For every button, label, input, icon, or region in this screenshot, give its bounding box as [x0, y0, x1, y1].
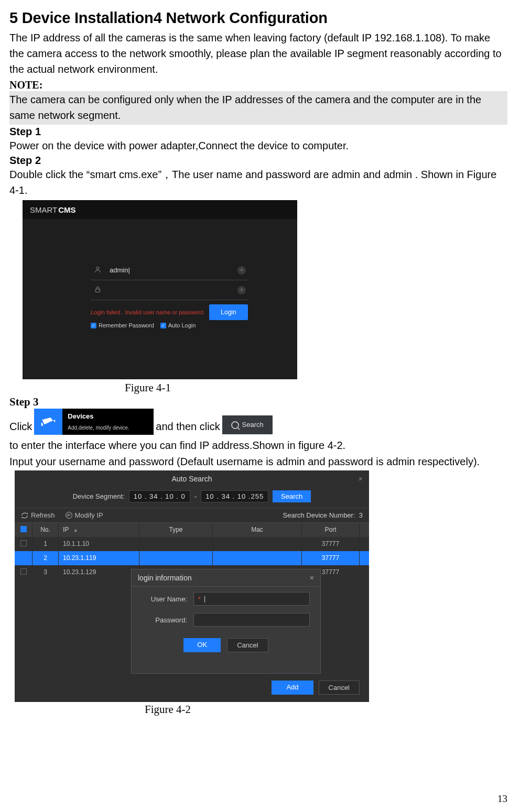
password-input[interactable]: [193, 613, 310, 627]
table-header: No. IP▲ Type Mac Port: [15, 523, 369, 537]
cell-type: [139, 551, 213, 565]
auto-login-label: Auto Login: [168, 322, 196, 328]
close-icon[interactable]: ×: [310, 574, 314, 582]
cell-ip: 10.23.1.129: [59, 565, 139, 579]
cell-mac: [213, 551, 302, 565]
step1-text: Power on the device with power adapter,C…: [9, 138, 507, 153]
figure-4-2-caption: Figure 4-2: [145, 703, 507, 716]
cell-no: 2: [32, 551, 59, 565]
cell-port: 37777: [302, 551, 360, 565]
device-count: Search Device Number: 3: [283, 511, 363, 519]
table-row[interactable]: 210.23.1.11937777: [15, 551, 369, 565]
devices-button[interactable]: Devices Add,delete, modify device.: [34, 409, 154, 435]
note-box: The camera can be configured only when t…: [9, 91, 507, 125]
user-icon: [93, 266, 102, 275]
required-asterisk: *: [198, 595, 201, 603]
col-port[interactable]: Port: [302, 523, 360, 537]
login-button[interactable]: Login: [209, 304, 248, 320]
auto-search-title: Auto Search ×: [15, 470, 369, 487]
row-checkbox[interactable]: [20, 568, 27, 575]
username-label: User Name:: [142, 595, 187, 603]
close-icon[interactable]: ×: [359, 475, 363, 483]
login-error: Login failed . Invalid user name or pass…: [91, 309, 203, 315]
svg-rect-1: [95, 289, 100, 292]
note-label: NOTE:: [9, 79, 507, 91]
username-value: admin|: [110, 266, 230, 274]
step3-click: Click: [9, 418, 32, 435]
page-heading: 5 Device Installation4 Network Configura…: [9, 9, 507, 27]
ip-from-input[interactable]: 10 . 34 . 10 . 0: [129, 490, 190, 502]
step3-rest: to enter the interface where you can fin…: [9, 437, 345, 454]
username-input[interactable]: * |: [193, 592, 310, 606]
password-label: Password:: [142, 616, 187, 624]
cancel-button[interactable]: Cancel: [227, 638, 268, 652]
camera-icon: [34, 409, 62, 435]
login-panel: admin| × × Login failed . Invalid user n…: [91, 260, 248, 328]
col-mac[interactable]: Mac: [213, 523, 302, 537]
cell-ip: 10.23.1.119: [59, 551, 139, 565]
app-header: SMART CMS: [23, 200, 297, 219]
brand-thin: SMART: [30, 205, 57, 214]
cell-no: 3: [32, 565, 59, 579]
toolbar-row: Refresh IP Modify IP Search Device Numbe…: [15, 508, 369, 523]
cell-port: 37777: [302, 537, 360, 551]
brand-bold: CMS: [58, 205, 75, 214]
modify-ip-button[interactable]: IP Modify IP: [66, 511, 103, 519]
search-label: Search: [242, 420, 264, 431]
step1-label: Step 1: [9, 126, 507, 138]
table-row[interactable]: 110.1.1.1037777: [15, 537, 369, 551]
figure-4-1-caption: Figure 4-1: [125, 381, 507, 394]
svg-point-0: [96, 267, 99, 269]
row-checkbox[interactable]: [20, 540, 27, 546]
ip-to-input[interactable]: 10 . 34 . 10 .255: [201, 490, 268, 502]
username-field[interactable]: admin| ×: [91, 260, 248, 280]
row-checkbox[interactable]: [20, 554, 27, 561]
bottom-buttons: Add Cancel: [272, 681, 360, 695]
login-information-modal: login information × User Name: * | Passw…: [131, 569, 321, 674]
segment-search-button[interactable]: Search: [273, 490, 311, 502]
col-type[interactable]: Type: [139, 523, 213, 537]
step3-label: Step 3: [9, 396, 507, 409]
intro-paragraph: The IP address of all the cameras is the…: [9, 30, 507, 77]
auto-search-screenshot: Auto Search × Device Segment: 10 . 34 . …: [15, 470, 369, 702]
ok-button[interactable]: OK: [183, 638, 221, 652]
remember-label: Remember Password: [99, 322, 154, 328]
devices-title: Devices: [68, 411, 129, 422]
ip-icon: IP: [66, 512, 72, 519]
step2-text: Double click the “smart cms.exe”，The use…: [9, 167, 507, 198]
smart-cms-login-screenshot: SMART CMS admin| × × Login failed . Inva…: [23, 200, 297, 379]
sort-arrow-icon: ▲: [73, 527, 78, 533]
cell-type: [139, 537, 213, 551]
cell-mac: [213, 537, 302, 551]
remember-checkbox[interactable]: ✓: [91, 323, 96, 328]
refresh-button[interactable]: Refresh: [21, 511, 55, 519]
options-row: ✓ Remember Password ✓ Auto Login: [91, 322, 248, 328]
step2-label: Step 2: [9, 155, 507, 167]
cancel-button[interactable]: Cancel: [319, 681, 360, 695]
search-button[interactable]: Search: [222, 415, 273, 434]
cell-ip: 10.1.1.10: [59, 537, 139, 551]
col-ip[interactable]: IP▲: [59, 523, 139, 537]
segment-label: Device Segment:: [73, 492, 125, 500]
add-button[interactable]: Add: [272, 681, 313, 695]
lock-icon: [93, 286, 102, 295]
col-no[interactable]: No.: [32, 523, 59, 537]
step3-line: Click Devices Add,delete, modify device.…: [9, 409, 507, 454]
step3-then: and then click: [156, 418, 220, 435]
select-all-checkbox[interactable]: [20, 526, 27, 532]
segment-row: Device Segment: 10 . 34 . 10 . 0 - 10 . …: [15, 487, 369, 508]
step3-input: Input your username and password (Defaul…: [9, 454, 507, 469]
clear-icon[interactable]: ×: [237, 286, 246, 294]
search-icon: [231, 421, 239, 429]
auto-login-checkbox[interactable]: ✓: [160, 323, 166, 328]
clear-icon[interactable]: ×: [237, 266, 246, 275]
devices-sub: Add,delete, modify device.: [68, 424, 129, 432]
username-value: |: [204, 595, 205, 602]
password-field[interactable]: ×: [91, 280, 248, 300]
cell-no: 1: [32, 537, 59, 551]
modal-title: login information: [138, 574, 192, 582]
